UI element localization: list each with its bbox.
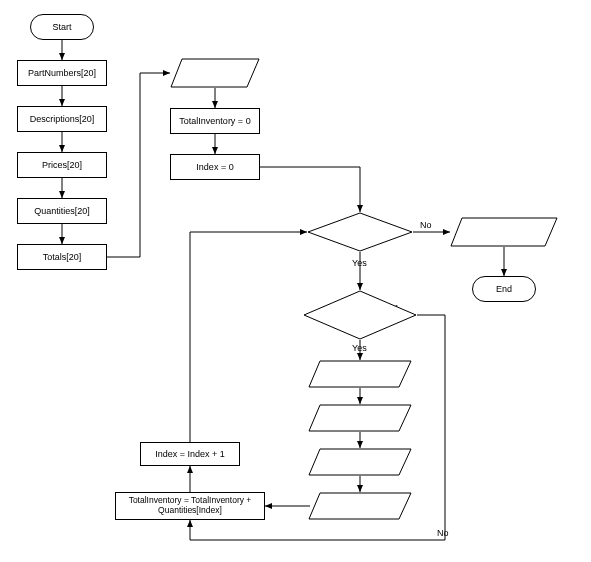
flowchart-canvas: Start PartNumbers[20] Descriptions[20] P… — [0, 0, 591, 562]
prices-process: Prices[20] — [17, 152, 107, 178]
svg-marker-20 — [309, 361, 411, 387]
quantities-label: Quantities[20] — [34, 206, 90, 216]
cond-match-decision: PartNumbers[Index] == PartNumber — [303, 290, 417, 340]
svg-marker-21 — [309, 405, 411, 431]
totalinv-zero-process: TotalInventory = 0 — [170, 108, 260, 134]
out-totals-io: Output Totals[Index] — [308, 492, 412, 520]
totals-label: Totals[20] — [43, 252, 82, 262]
partnumbers-process: PartNumbers[20] — [17, 60, 107, 86]
partnumbers-label: PartNumbers[20] — [28, 68, 96, 78]
svg-marker-23 — [309, 493, 411, 519]
prices-label: Prices[20] — [42, 160, 82, 170]
yes1-label: Yes — [352, 258, 367, 268]
total-incr-process: TotalInventory = TotalInventory + Quanti… — [115, 492, 265, 520]
index-zero-label: Index = 0 — [196, 162, 233, 172]
input-partnumber-io: Input PartNumber — [170, 58, 260, 88]
descriptions-label: Descriptions[20] — [30, 114, 95, 124]
end-label: End — [496, 284, 512, 294]
totals-process: Totals[20] — [17, 244, 107, 270]
no2-label: No — [437, 528, 449, 538]
out-qty-io: Output Quantities[Index] — [308, 448, 412, 476]
out-totalinv-io: Output TotalInventory — [450, 217, 558, 247]
start-terminator: Start — [30, 14, 94, 40]
start-label: Start — [52, 22, 71, 32]
out-desc-io: Output Descriptions[Index] — [308, 360, 412, 388]
svg-marker-17 — [308, 213, 412, 251]
svg-marker-19 — [304, 291, 416, 339]
total-incr-label: TotalInventory = TotalInventory + Quanti… — [129, 496, 252, 516]
yes2-label: Yes — [352, 343, 367, 353]
no1-label: No — [420, 220, 432, 230]
index-zero-process: Index = 0 — [170, 154, 260, 180]
index-incr-process: Index = Index + 1 — [140, 442, 240, 466]
quantities-process: Quantities[20] — [17, 198, 107, 224]
cond-index-decision: Index < 20 — [307, 212, 413, 252]
totalinv-zero-label: TotalInventory = 0 — [179, 116, 250, 126]
index-incr-label: Index = Index + 1 — [155, 449, 225, 459]
svg-marker-22 — [309, 449, 411, 475]
end-terminator: End — [472, 276, 536, 302]
descriptions-process: Descriptions[20] — [17, 106, 107, 132]
svg-marker-16 — [171, 59, 259, 87]
out-prices-io: Output Prices[Index] — [308, 404, 412, 432]
svg-marker-18 — [451, 218, 557, 246]
